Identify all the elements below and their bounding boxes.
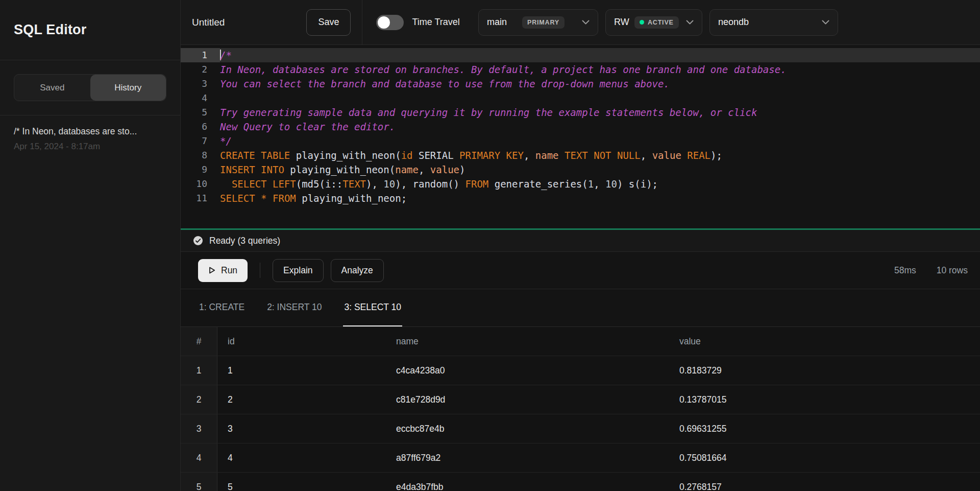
app: SQL Editor SavedHistory /* In Neon, data… bbox=[0, 0, 980, 491]
line-number: 4 bbox=[181, 91, 220, 105]
query-metrics: 58ms 10 rows bbox=[894, 265, 968, 276]
topbar-selects: main PRIMARY RW ACTIVE bbox=[478, 9, 838, 36]
table-header-cell: id bbox=[217, 327, 386, 356]
line-number: 11 bbox=[181, 191, 220, 205]
table-cell: 1 bbox=[217, 356, 386, 385]
code-line[interactable]: 6New Query to clear the editor. bbox=[181, 120, 980, 134]
code-line[interactable]: 1/* bbox=[181, 48, 980, 62]
code-line[interactable]: 11SELECT * FROM playing_with_neon; bbox=[181, 191, 980, 205]
table-cell: c4ca4238a0 bbox=[386, 356, 669, 385]
row-number: 3 bbox=[181, 414, 217, 443]
code-line[interactable]: 7*/ bbox=[181, 134, 980, 148]
table-cell: 5 bbox=[217, 473, 386, 491]
table-header-cell: # bbox=[181, 327, 217, 356]
table-cell: 0.2768157 bbox=[669, 473, 980, 491]
result-tabs: 1: CREATE2: INSERT 103: SELECT 10 bbox=[181, 289, 980, 327]
code-line[interactable]: 10 SELECT LEFT(md5(i::TEXT), 10), random… bbox=[181, 177, 980, 191]
row-number: 2 bbox=[181, 385, 217, 414]
result-tab-1-create[interactable]: 1: CREATE bbox=[198, 289, 246, 326]
table-row[interactable]: 22c81e728d9d0.13787015 bbox=[181, 385, 980, 414]
code-content: CREATE TABLE playing_with_neon(id SERIAL… bbox=[220, 148, 722, 162]
line-number: 7 bbox=[181, 134, 220, 148]
compute-status-badge: ACTIVE bbox=[634, 16, 679, 29]
table-header-row: #idnamevalue bbox=[181, 327, 980, 356]
line-number: 3 bbox=[181, 77, 220, 91]
result-tab-3-select-10[interactable]: 3: SELECT 10 bbox=[343, 289, 402, 326]
query-row-count: 10 rows bbox=[937, 265, 968, 276]
ready-check-icon bbox=[193, 236, 203, 246]
actions-bar: Run Explain Analyze 58ms 10 rows bbox=[181, 252, 980, 289]
time-travel-toggle[interactable] bbox=[376, 15, 404, 30]
table-header-cell: value bbox=[669, 327, 980, 356]
topbar: Untitled Save Time Travel main PRIMARY R… bbox=[181, 0, 980, 45]
sidebar-tab-history[interactable]: History bbox=[90, 75, 166, 101]
row-number: 5 bbox=[181, 473, 217, 491]
query-duration: 58ms bbox=[894, 265, 916, 276]
history-item[interactable]: /* In Neon, databases are sto...Apr 15, … bbox=[14, 126, 166, 152]
history-item-title: /* In Neon, databases are sto... bbox=[14, 126, 166, 137]
chevron-down-icon bbox=[822, 20, 829, 25]
code-content: SELECT LEFT(md5(i::TEXT), 10), random() … bbox=[220, 177, 658, 191]
database-name: neondb bbox=[718, 17, 749, 28]
sidebar-tabs-section: SavedHistory bbox=[0, 60, 180, 115]
compute-mode: RW bbox=[614, 17, 629, 28]
table-cell: 0.69631255 bbox=[669, 414, 980, 443]
toggle-knob-icon bbox=[378, 16, 390, 29]
saved-history-segmented-control: SavedHistory bbox=[14, 74, 166, 101]
table-cell: 3 bbox=[217, 414, 386, 443]
run-button-label: Run bbox=[221, 265, 237, 276]
table-row[interactable]: 55e4da3b7fbb0.2768157 bbox=[181, 473, 980, 491]
time-travel-label: Time Travel bbox=[412, 17, 459, 28]
table-cell: 0.8183729 bbox=[669, 356, 980, 385]
code-line[interactable]: 5Try generating sample data and querying… bbox=[181, 105, 980, 120]
topbar-divider bbox=[362, 0, 362, 45]
code-content: SELECT * FROM playing_with_neon; bbox=[220, 191, 407, 205]
database-select[interactable]: neondb bbox=[709, 9, 838, 36]
result-tab-2-insert-10[interactable]: 2: INSERT 10 bbox=[266, 289, 323, 326]
code-content: You can select the branch and database t… bbox=[220, 77, 670, 91]
table-row[interactable]: 44a87ff679a20.75081664 bbox=[181, 443, 980, 473]
run-button[interactable]: Run bbox=[198, 259, 248, 282]
sidebar-header: SQL Editor bbox=[0, 0, 180, 60]
query-title: Untitled bbox=[192, 17, 225, 28]
code-content: INSERT INTO playing_with_neon(name, valu… bbox=[220, 162, 465, 177]
analyze-button[interactable]: Analyze bbox=[331, 259, 384, 282]
code-content: In Neon, databases are stored on branche… bbox=[220, 62, 787, 77]
main-panel: Untitled Save Time Travel main PRIMARY R… bbox=[181, 0, 980, 491]
code-line[interactable]: 4 bbox=[181, 91, 980, 105]
compute-select[interactable]: RW ACTIVE bbox=[605, 9, 702, 36]
save-button[interactable]: Save bbox=[306, 9, 351, 36]
table-cell: 2 bbox=[217, 385, 386, 414]
branch-primary-badge: PRIMARY bbox=[522, 16, 565, 29]
table-cell: eccbc87e4b bbox=[386, 414, 669, 443]
code-content: /* bbox=[220, 48, 232, 62]
line-number: 10 bbox=[181, 177, 220, 191]
table-row[interactable]: 11c4ca4238a00.8183729 bbox=[181, 356, 980, 385]
page-title: SQL Editor bbox=[14, 22, 87, 38]
sidebar: SQL Editor SavedHistory /* In Neon, data… bbox=[0, 0, 181, 491]
table-cell: c81e728d9d bbox=[386, 385, 669, 414]
code-line[interactable]: 2In Neon, databases are stored on branch… bbox=[181, 62, 980, 77]
branch-name: main bbox=[487, 17, 507, 28]
line-number: 1 bbox=[181, 48, 220, 62]
line-number: 2 bbox=[181, 62, 220, 77]
table-header-cell: name bbox=[386, 327, 669, 356]
table-cell: e4da3b7fbb bbox=[386, 473, 669, 491]
code-content: New Query to clear the editor. bbox=[220, 120, 395, 134]
code-line[interactable]: 8CREATE TABLE playing_with_neon(id SERIA… bbox=[181, 148, 980, 162]
row-number: 4 bbox=[181, 443, 217, 472]
active-status-dot-icon bbox=[640, 20, 644, 25]
code-line[interactable]: 3You can select the branch and database … bbox=[181, 77, 980, 91]
chevron-down-icon bbox=[686, 20, 694, 25]
table-row[interactable]: 33eccbc87e4b0.69631255 bbox=[181, 414, 980, 443]
sql-code-editor[interactable]: 1/*2In Neon, databases are stored on bra… bbox=[181, 45, 980, 228]
branch-select[interactable]: main PRIMARY bbox=[478, 9, 598, 36]
line-number: 5 bbox=[181, 105, 220, 120]
table-cell: 4 bbox=[217, 443, 386, 472]
actions-divider bbox=[260, 263, 260, 278]
explain-button[interactable]: Explain bbox=[273, 259, 323, 282]
status-message: Ready (3 queries) bbox=[209, 236, 280, 246]
sidebar-tab-saved[interactable]: Saved bbox=[14, 75, 90, 101]
code-content: Try generating sample data and querying … bbox=[220, 105, 757, 120]
code-line[interactable]: 9INSERT INTO playing_with_neon(name, val… bbox=[181, 162, 980, 177]
